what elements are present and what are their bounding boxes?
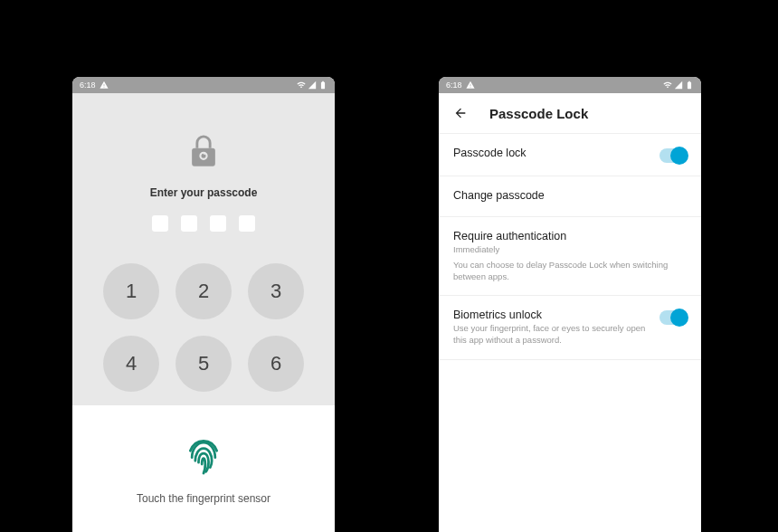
keypad-1[interactable]: 1 (103, 263, 159, 319)
lock-icon (187, 134, 220, 170)
status-bar: 6:18 (72, 77, 335, 93)
keypad-3[interactable]: 3 (248, 263, 304, 319)
status-bar: 6:18 (439, 77, 701, 93)
passcode-prompt: Enter your passcode (150, 186, 258, 199)
page-title: Passcode Lock (489, 106, 588, 121)
keypad-4[interactable]: 4 (103, 336, 159, 392)
fingerprint-icon (184, 432, 223, 476)
setting-change-passcode[interactable]: Change passcode (439, 176, 701, 217)
fingerprint-panel[interactable]: Touch the fingerprint sensor (72, 405, 335, 532)
signal-icon (308, 81, 317, 90)
passcode-screen: Enter your passcode 1 2 3 4 5 6 (72, 93, 335, 405)
status-time: 6:18 (80, 81, 96, 90)
passcode-dot (181, 215, 197, 232)
passcode-dot (152, 215, 168, 232)
settings-header: Passcode Lock (439, 93, 701, 134)
setting-biometrics[interactable]: Biometrics unlock Use your fingerprint, … (439, 296, 701, 360)
status-time: 6:18 (446, 81, 462, 90)
wifi-icon (663, 81, 672, 90)
setting-label: Biometrics unlock (453, 309, 659, 321)
passcode-dot (210, 215, 226, 232)
settings-phone: 6:18 Passcode Lock Passcode lock Change … (439, 77, 701, 532)
setting-desc: You can choose to delay Passcode Lock wh… (453, 260, 687, 283)
warning-icon (100, 81, 109, 90)
keypad-5[interactable]: 5 (176, 336, 232, 392)
setting-passcode-lock[interactable]: Passcode lock (439, 134, 701, 176)
battery-icon (685, 81, 694, 90)
passcode-phone: 6:18 Enter your passcode 1 2 3 4 5 (72, 77, 335, 532)
passcode-dot (239, 215, 255, 232)
biometrics-toggle[interactable] (659, 310, 687, 325)
setting-subtitle: Immediately (453, 244, 687, 256)
setting-desc: Use your fingerprint, face or eyes to se… (453, 323, 659, 347)
warning-icon (466, 81, 475, 90)
setting-require-auth[interactable]: Require authentication Immediately You c… (439, 217, 701, 296)
passcode-lock-toggle[interactable] (659, 148, 687, 163)
battery-icon (318, 81, 327, 90)
keypad-6[interactable]: 6 (248, 336, 304, 392)
keypad-2[interactable]: 2 (176, 263, 232, 319)
fingerprint-prompt: Touch the fingerprint sensor (137, 492, 270, 505)
wifi-icon (297, 81, 306, 90)
svg-rect-0 (192, 148, 215, 166)
passcode-input-dots (152, 215, 255, 232)
numeric-keypad: 1 2 3 4 5 6 (103, 263, 304, 392)
signal-icon (674, 81, 683, 90)
setting-label: Passcode lock (453, 147, 659, 159)
back-arrow-icon[interactable] (453, 106, 468, 120)
setting-label: Require authentication (453, 230, 687, 242)
setting-label: Change passcode (453, 189, 687, 202)
